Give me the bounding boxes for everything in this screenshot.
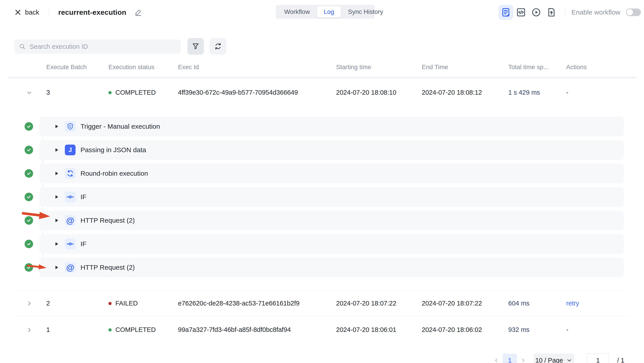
enable-workflow-label: Enable workflow: [572, 9, 620, 16]
caret-right-icon[interactable]: [56, 172, 58, 175]
step-row-round-robin[interactable]: Round-robin execution: [39, 164, 624, 183]
log-document-icon: [501, 8, 511, 17]
status-label: COMPLETED: [116, 326, 156, 333]
col-total-time: Total time sp...: [508, 64, 566, 71]
step-label: Round-robin execution: [80, 170, 148, 177]
tab-workflow[interactable]: Workflow: [277, 6, 317, 18]
step-success-check: [24, 122, 33, 131]
workflow-log-page: back recurrent-execution Workflow Log Sy…: [0, 0, 644, 363]
step-row-if[interactable]: IF: [39, 187, 624, 207]
caret-right-icon[interactable]: [56, 148, 58, 152]
page-jump-input[interactable]: [587, 353, 609, 363]
starting-time: 2024-07-20 18:06:01: [336, 326, 422, 333]
table-row[interactable]: 1 COMPLETED 99a7a327-7fd3-46bf-a85f-8df0…: [14, 316, 630, 343]
step-row-http-request[interactable]: @ HTTP Request (2): [39, 258, 624, 277]
filter-button[interactable]: [188, 38, 204, 55]
check-icon: [26, 148, 31, 152]
export-button[interactable]: [544, 5, 559, 20]
view-tabs: Workflow Log Sync History: [276, 5, 374, 19]
header-separator: [8, 77, 636, 79]
exec-id: 4ff39e30-672c-49a9-b577-70954d366649: [178, 89, 336, 96]
search-box: [14, 39, 181, 54]
step-label: IF: [80, 240, 86, 248]
caret-right-icon[interactable]: [56, 125, 58, 128]
chevron-down-icon[interactable]: [26, 89, 33, 96]
rename-button[interactable]: [134, 9, 142, 16]
search-input[interactable]: [30, 43, 173, 50]
status-label: COMPLETED: [116, 89, 156, 96]
table-row[interactable]: 3 COMPLETED 4ff39e30-672c-49a9-b577-7095…: [14, 79, 630, 106]
round-robin-icon: [65, 168, 76, 179]
export-file-icon: [546, 8, 556, 17]
if-branch-icon: [65, 239, 76, 249]
status-dot-completed: [108, 328, 112, 331]
http-request-icon: @: [65, 262, 76, 273]
step-success-check: [24, 146, 33, 154]
status-dot-failed: [108, 302, 112, 305]
end-time: 2024-07-20 18:08:12: [422, 89, 508, 96]
tab-sync-history[interactable]: Sync History: [341, 6, 390, 18]
next-page-button[interactable]: [519, 357, 528, 363]
http-request-icon: @: [65, 215, 76, 226]
top-bar: back recurrent-execution Workflow Log Sy…: [0, 0, 644, 25]
end-time: 2024-07-20 18:07:22: [422, 300, 508, 307]
col-execution-status: Execution status: [108, 64, 178, 71]
play-icon: [531, 8, 541, 17]
refresh-button[interactable]: [210, 38, 226, 55]
col-starting-time: Starting time: [336, 64, 422, 71]
filter-funnel-icon: [192, 43, 200, 50]
edit-pencil-icon: [134, 9, 142, 16]
table-row[interactable]: 2 FAILED e762620c-de28-4238-ac53-71e6616…: [14, 290, 630, 316]
chevron-right-icon[interactable]: [26, 300, 33, 307]
prev-page-button[interactable]: [492, 357, 501, 363]
exec-id: 99a7a327-7fd3-46bf-a85f-8df0bc8faf94: [178, 326, 336, 333]
back-button[interactable]: back: [14, 9, 39, 16]
run-button[interactable]: [529, 5, 544, 20]
enable-workflow-toggle[interactable]: [626, 9, 641, 16]
step-label: HTTP Request (2): [80, 264, 135, 271]
chevron-right-icon[interactable]: [26, 326, 33, 333]
caret-right-icon[interactable]: [56, 266, 58, 269]
code-view-button[interactable]: [514, 5, 528, 20]
check-icon: [26, 124, 31, 129]
total-time-spent: 604 ms: [508, 300, 566, 307]
total-pages-label: / 1: [617, 357, 624, 363]
caret-right-icon[interactable]: [56, 242, 58, 246]
col-end-time: End Time: [422, 64, 508, 71]
step-label: Trigger - Manual execution: [80, 123, 160, 130]
close-icon: [14, 9, 22, 16]
divider: [49, 8, 49, 17]
code-icon: [516, 8, 526, 17]
step-row-if[interactable]: IF: [39, 234, 624, 254]
check-icon: [26, 194, 31, 199]
step-row-trigger[interactable]: Trigger - Manual execution: [39, 117, 624, 136]
divider: [565, 8, 565, 17]
json-icon: J: [65, 145, 76, 155]
step-row-http-request[interactable]: @ HTTP Request (2): [39, 211, 624, 230]
back-label: back: [25, 9, 39, 16]
row-action: -: [566, 89, 630, 96]
tab-log[interactable]: Log: [317, 6, 341, 18]
caret-right-icon[interactable]: [56, 219, 58, 222]
chevron-left-icon: [494, 357, 499, 363]
if-branch-icon: [65, 192, 76, 202]
table-header: Execute Batch Execution status Exec Id S…: [14, 58, 630, 77]
page-size-select[interactable]: 10 / Page: [534, 353, 574, 363]
batch-number: 2: [46, 300, 108, 307]
batch-number: 1: [46, 326, 108, 333]
row-action: -: [566, 326, 630, 333]
col-execute-batch: Execute Batch: [46, 64, 108, 71]
step-success-check: [24, 169, 33, 178]
page-size-value: 10 / Page: [535, 357, 563, 363]
page-number-1[interactable]: 1: [503, 353, 517, 363]
status-label: FAILED: [116, 300, 138, 307]
step-success-check: [24, 240, 33, 248]
caret-right-icon[interactable]: [56, 195, 58, 199]
retry-link[interactable]: retry: [566, 300, 579, 307]
chevron-right-icon: [520, 357, 526, 363]
refresh-icon: [214, 42, 222, 50]
step-row-json[interactable]: J Passing in JSON data: [39, 140, 624, 160]
check-icon: [26, 171, 31, 176]
log-panel-button[interactable]: [498, 5, 513, 20]
step-label: HTTP Request (2): [80, 217, 135, 224]
